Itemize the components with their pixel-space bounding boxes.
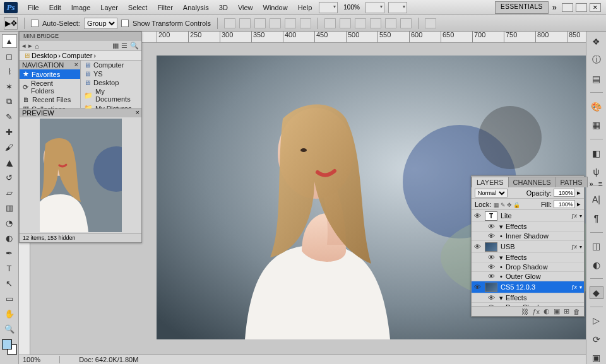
color-swatches[interactable]: [2, 339, 17, 355]
close-icon[interactable]: ✕: [590, 3, 601, 12]
layer-row[interactable]: 👁USBƒx▾: [472, 241, 584, 253]
distribute-icon[interactable]: [400, 18, 412, 28]
zoom-tool[interactable]: 🔍: [2, 322, 17, 336]
layer-name[interactable]: CS5 12.0.3: [499, 283, 571, 291]
fx-badge[interactable]: ƒx: [571, 213, 579, 219]
effects-row[interactable]: 👁▾Effects: [472, 222, 584, 232]
list-item[interactable]: 📁My Documents: [81, 87, 141, 103]
menu-analysis[interactable]: Analysis: [178, 4, 214, 11]
crop-tool[interactable]: ⧉: [2, 95, 17, 109]
gradient-tool[interactable]: ▥: [2, 201, 17, 214]
menu-help[interactable]: Help: [293, 4, 318, 11]
menu-filter[interactable]: Filter: [152, 4, 177, 11]
delete-layer-icon[interactable]: 🗑: [573, 308, 580, 315]
align-icon[interactable]: [239, 18, 251, 28]
nav-item[interactable]: ⟳Recent Folders: [20, 79, 80, 95]
color-panel-icon[interactable]: ❖: [590, 35, 603, 47]
mini-bridge-tab[interactable]: MINI BRIDGE: [20, 32, 141, 41]
new-layer-icon[interactable]: ⊞: [564, 307, 569, 315]
brushes-panel-icon[interactable]: ψ: [590, 165, 603, 177]
shape-tool[interactable]: ▭: [2, 291, 17, 305]
adjustments-panel-icon[interactable]: ▦: [590, 119, 603, 131]
chevron-right-icon[interactable]: ▸: [577, 200, 581, 208]
visibility-toggle[interactable]: 👁: [472, 212, 483, 220]
lasso-tool[interactable]: ⌇: [2, 64, 17, 78]
effect-item[interactable]: 👁•Outer Glow: [472, 272, 584, 281]
path-selection-tool[interactable]: ↖: [2, 276, 17, 290]
distribute-icon[interactable]: [355, 18, 366, 28]
chevron-down-icon[interactable]: ▾: [579, 285, 584, 290]
navigator-panel-icon[interactable]: ◫: [590, 240, 603, 252]
chevrons-icon[interactable]: »: [587, 180, 596, 187]
menu-file[interactable]: File: [23, 4, 44, 11]
tab-layers[interactable]: LAYERS: [472, 177, 509, 187]
mb-forward-icon[interactable]: ▸: [28, 42, 32, 50]
chevron-right-icon[interactable]: ▸: [577, 189, 581, 197]
menu-window[interactable]: Window: [258, 4, 293, 11]
auto-align-icon[interactable]: [425, 18, 436, 28]
align-icon[interactable]: [254, 18, 266, 28]
history-brush-tool[interactable]: ↺: [2, 170, 17, 184]
new-group-icon[interactable]: ▣: [554, 307, 560, 315]
auto-select-mode[interactable]: Group: [84, 18, 117, 29]
blur-tool[interactable]: ◔: [2, 216, 17, 230]
actions-panel-icon[interactable]: ▷: [590, 315, 603, 327]
mb-search-icon[interactable]: 🔍: [130, 42, 139, 50]
breadcrumb-root[interactable]: Desktop: [32, 52, 57, 59]
blend-mode-select[interactable]: Normal: [475, 189, 508, 197]
info-panel-icon[interactable]: ⓘ: [590, 54, 603, 66]
mini-bridge-breadcrumbs[interactable]: 🖥 Desktop › Computer ›: [20, 51, 141, 61]
layers-panel[interactable]: LAYERS CHANNELS PATHS » ≡ Normal Opacity…: [471, 175, 585, 317]
status-zoom[interactable]: 100%: [23, 356, 40, 363]
3d-panel-icon[interactable]: ◆: [590, 286, 603, 298]
layer-name[interactable]: USB: [499, 243, 571, 250]
distribute-icon[interactable]: [385, 18, 396, 28]
fx-badge[interactable]: ƒx: [571, 284, 579, 290]
menu-view[interactable]: View: [233, 4, 258, 11]
layer-list[interactable]: 👁TLiteƒx▾👁▾Effects👁•Inner Shadow👁USBƒx▾👁…: [472, 210, 584, 306]
workspace-switcher[interactable]: ESSENTIALS: [495, 1, 549, 14]
align-icon[interactable]: [224, 18, 235, 28]
nav-item[interactable]: ★Favorites: [20, 69, 80, 79]
menu-select[interactable]: Select: [123, 4, 153, 11]
styles-panel-icon[interactable]: 🎨: [590, 100, 603, 112]
marquee-tool[interactable]: ◻: [2, 49, 17, 63]
mini-bridge-preview[interactable]: [20, 117, 141, 233]
brush-tool[interactable]: 🖌: [2, 140, 17, 154]
stamp-tool[interactable]: ▲̲: [2, 155, 17, 169]
auto-select-checkbox[interactable]: [31, 20, 39, 27]
chevron-down-icon[interactable]: ▾: [579, 213, 584, 219]
zoom-level-display[interactable]: 100%: [340, 4, 364, 11]
arrange-documents-dropdown[interactable]: [388, 2, 407, 13]
align-icon[interactable]: [270, 18, 281, 28]
layers-panel-icon[interactable]: ▣: [590, 352, 603, 364]
tab-paths[interactable]: PATHS: [556, 177, 588, 187]
align-icon[interactable]: [300, 18, 311, 28]
visibility-toggle[interactable]: 👁: [485, 254, 497, 261]
breadcrumb-folder[interactable]: Computer: [62, 52, 92, 59]
fx-badge[interactable]: ƒx: [571, 244, 579, 250]
paragraph-panel-icon[interactable]: ¶: [590, 212, 603, 224]
nav-item[interactable]: 🗎Recent Files: [20, 95, 80, 104]
foreground-swatch[interactable]: [2, 339, 12, 349]
visibility-toggle[interactable]: 👁: [472, 283, 483, 291]
distribute-icon[interactable]: [340, 18, 351, 28]
menu-edit[interactable]: Edit: [44, 4, 66, 11]
mb-view-icon[interactable]: ▦: [112, 42, 119, 50]
masks-panel-icon[interactable]: ◧: [590, 147, 603, 159]
minimize-icon[interactable]: [562, 3, 573, 12]
mb-up-icon[interactable]: ⌂: [35, 42, 39, 50]
maximize-icon[interactable]: [576, 3, 587, 12]
status-doc-size[interactable]: Doc: 642.0K/1.80M: [79, 356, 138, 363]
visibility-toggle[interactable]: 👁: [485, 294, 497, 302]
layer-name[interactable]: Lite: [499, 212, 571, 220]
hand-tool[interactable]: ✋: [2, 307, 17, 320]
character-panel-icon[interactable]: A|: [590, 194, 603, 206]
histogram-panel-icon[interactable]: ◐: [590, 259, 603, 271]
list-item[interactable]: 🖥Computer: [81, 61, 141, 69]
opacity-input[interactable]: [554, 189, 575, 197]
show-transform-checkbox[interactable]: [121, 20, 129, 27]
close-icon[interactable]: ×: [136, 109, 140, 116]
visibility-toggle[interactable]: 👁: [485, 223, 497, 230]
fill-input[interactable]: [554, 200, 575, 208]
